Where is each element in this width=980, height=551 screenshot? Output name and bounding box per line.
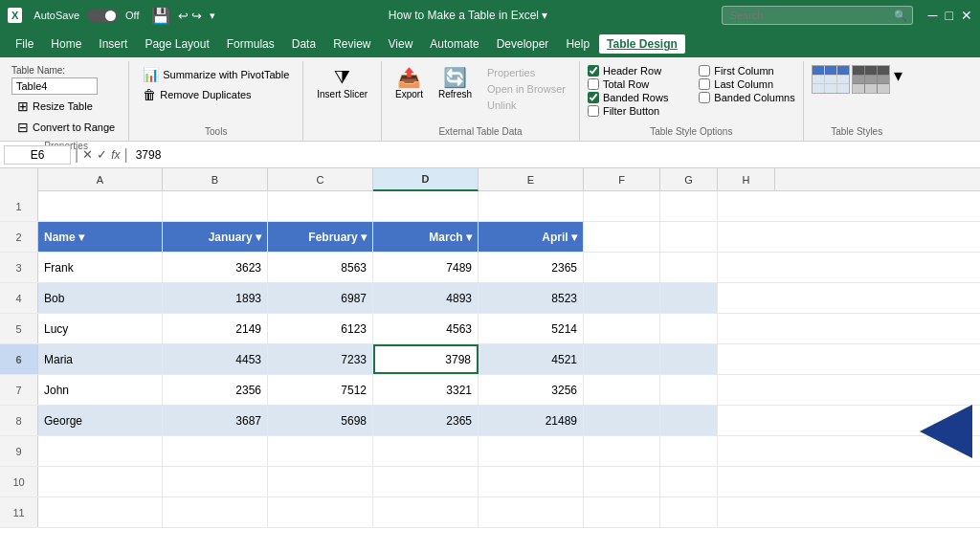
grid-cell[interactable] — [660, 222, 718, 252]
grid-cell[interactable] — [479, 497, 584, 527]
grid-cell[interactable] — [268, 436, 373, 466]
grid-cell-value[interactable]: 7233 — [268, 344, 373, 374]
grid-cell-name[interactable]: Bob — [38, 283, 163, 313]
grid-cell[interactable] — [479, 467, 584, 496]
menu-formulas[interactable]: Formulas — [219, 34, 282, 54]
grid-cell-value[interactable]: 7512 — [268, 375, 373, 405]
grid-cell-value[interactable]: 2365 — [479, 253, 584, 282]
grid-cell-value[interactable]: 6987 — [268, 283, 373, 313]
save-icon[interactable]: 💾 — [151, 7, 170, 25]
remove-duplicates-button[interactable]: 🗑 Remove Duplicates — [137, 85, 295, 104]
grid-cell-name-header[interactable]: Name ▾ — [38, 222, 163, 252]
grid-cell-value[interactable]: 2365 — [373, 406, 479, 435]
maximize-icon[interactable]: □ — [946, 8, 953, 23]
grid-cell-jan-header[interactable]: January ▾ — [163, 222, 268, 252]
grid-cell[interactable] — [584, 375, 660, 405]
pivot-table-button[interactable]: 📊 Summarize with PivotTable — [137, 65, 295, 84]
grid-cell[interactable] — [373, 497, 479, 527]
col-header-a[interactable]: A — [38, 168, 163, 191]
menu-view[interactable]: View — [381, 34, 421, 54]
grid-cell[interactable] — [584, 253, 660, 282]
grid-cell-value[interactable]: 3687 — [163, 406, 268, 435]
grid-cell[interactable] — [584, 497, 660, 527]
grid-cell[interactable] — [584, 406, 660, 435]
grid-cell[interactable] — [584, 283, 660, 313]
export-button[interactable]: 📤 Export — [390, 65, 429, 102]
grid-cell-apr-header[interactable]: April ▾ — [479, 222, 584, 252]
insert-slicer-button[interactable]: ⧩ Insert Slicer — [311, 65, 373, 102]
grid-cell-value[interactable]: 4453 — [163, 344, 268, 374]
customize-qat-icon[interactable]: ▾ — [210, 10, 215, 22]
grid-cell[interactable] — [584, 436, 660, 466]
grid-cell[interactable] — [163, 191, 268, 221]
menu-page-layout[interactable]: Page Layout — [137, 34, 216, 54]
grid-cell-value[interactable]: 4893 — [373, 283, 479, 313]
header-row-option[interactable]: Header Row — [588, 65, 683, 77]
menu-home[interactable]: Home — [43, 34, 89, 54]
menu-insert[interactable]: Insert — [91, 34, 135, 54]
grid-cell[interactable] — [584, 191, 660, 221]
formula-cancel-icon[interactable]: ✕ — [82, 147, 93, 162]
grid-cell[interactable] — [660, 314, 718, 343]
grid-cell[interactable] — [373, 191, 479, 221]
grid-cell-name[interactable]: Lucy — [38, 314, 163, 343]
filter-button-checkbox[interactable] — [588, 105, 599, 117]
col-header-d[interactable]: D — [373, 168, 479, 191]
banded-columns-checkbox[interactable] — [699, 92, 710, 103]
grid-cell[interactable] — [38, 497, 163, 527]
banded-rows-checkbox[interactable] — [588, 92, 599, 103]
col-header-e[interactable]: E — [479, 168, 584, 191]
table-name-input[interactable] — [11, 77, 98, 95]
first-column-checkbox[interactable] — [699, 65, 710, 77]
last-column-option[interactable]: Last Column — [699, 78, 794, 90]
col-header-b[interactable]: B — [163, 168, 268, 191]
grid-cell[interactable] — [660, 497, 718, 527]
grid-cell[interactable] — [660, 436, 718, 466]
redo-icon[interactable]: ↪ — [191, 9, 202, 23]
grid-cell-name[interactable]: George — [38, 406, 163, 435]
last-column-checkbox[interactable] — [699, 78, 710, 90]
grid-cell[interactable] — [373, 467, 479, 496]
grid-cell[interactable] — [660, 406, 718, 435]
grid-cell[interactable] — [584, 344, 660, 374]
menu-help[interactable]: Help — [558, 34, 597, 54]
convert-to-range-button[interactable]: ⊟ Convert to Range — [11, 118, 121, 137]
grid-cell[interactable] — [163, 467, 268, 496]
grid-cell-active[interactable]: 3798 — [373, 344, 479, 374]
grid-cell[interactable] — [479, 436, 584, 466]
grid-cell-name[interactable]: John — [38, 375, 163, 405]
grid-cell[interactable] — [38, 436, 163, 466]
open-in-browser-button[interactable]: Open in Browser — [481, 81, 571, 97]
grid-cell-value[interactable]: 3256 — [479, 375, 584, 405]
menu-table-design[interactable]: Table Design — [599, 34, 685, 54]
grid-cell[interactable] — [660, 375, 718, 405]
grid-cell-feb-header[interactable]: February ▾ — [268, 222, 373, 252]
grid-cell-value[interactable]: 21489 — [479, 406, 584, 435]
grid-cell-value[interactable]: 4563 — [373, 314, 479, 343]
style-thumb-1[interactable] — [812, 65, 850, 94]
title-dropdown-icon[interactable]: ▾ — [542, 9, 547, 22]
minimize-icon[interactable]: ─ — [928, 8, 938, 23]
menu-automate[interactable]: Automate — [422, 34, 486, 54]
grid-cell[interactable] — [268, 191, 373, 221]
autosave-toggle[interactable] — [87, 9, 118, 22]
banded-columns-option[interactable]: Banded Columns — [699, 92, 794, 103]
grid-cell[interactable] — [660, 253, 718, 282]
grid-cell[interactable] — [584, 314, 660, 343]
header-row-checkbox[interactable] — [588, 65, 599, 77]
grid-cell-name[interactable]: Maria — [38, 344, 163, 374]
filter-button-option[interactable]: Filter Button — [588, 105, 795, 117]
grid-cell-value[interactable]: 3321 — [373, 375, 479, 405]
grid-cell-value[interactable]: 2149 — [163, 314, 268, 343]
grid-cell-name[interactable]: Frank — [38, 253, 163, 282]
menu-file[interactable]: File — [8, 34, 41, 54]
col-header-c[interactable]: C — [268, 168, 373, 191]
menu-developer[interactable]: Developer — [489, 34, 557, 54]
total-row-option[interactable]: Total Row — [588, 78, 683, 90]
grid-cell-value[interactable]: 5698 — [268, 406, 373, 435]
grid-cell[interactable] — [268, 467, 373, 496]
grid-cell[interactable] — [38, 191, 163, 221]
grid-cell-value[interactable]: 1893 — [163, 283, 268, 313]
undo-icon[interactable]: ↩ — [178, 9, 189, 23]
grid-cell[interactable] — [373, 436, 479, 466]
